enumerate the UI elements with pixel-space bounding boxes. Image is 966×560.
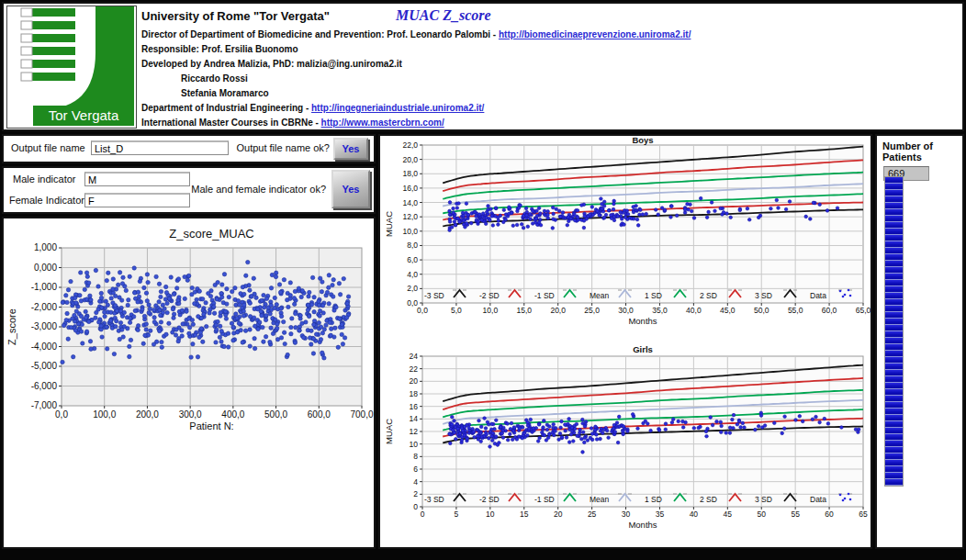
svg-text:Mean: Mean [590,495,610,504]
output-file-ok-button[interactable]: Yes [333,138,368,160]
patients-list-cell [885,376,903,383]
patients-list-cell [885,261,903,267]
patients-list-cell [885,177,903,184]
x-axis-label: Patient N: [189,420,233,431]
svg-text:55,0: 55,0 [788,306,803,315]
output-file-panel: Output file name Output file name ok? Ye… [2,134,376,163]
patients-list-cell [885,306,903,312]
patients-list-cell [885,235,903,241]
svg-text:16,0: 16,0 [402,184,418,193]
svg-text:Data: Data [810,495,826,504]
patients-list-cell [885,421,903,428]
svg-text:4,0: 4,0 [407,270,418,279]
svg-text:12: 12 [410,427,419,436]
indicator-ok-label: Male and female indicator ok? [191,184,326,195]
legend-dots-sample [842,499,845,502]
boys-chart[interactable]: -3 SD-2 SD-1 SDMean1 SD2 SD3 SDData0,05,… [380,136,871,345]
svg-text:8: 8 [413,452,418,461]
svg-text:2 SD: 2 SD [700,291,717,300]
svg-text:-7,000: -7,000 [31,400,58,410]
legend-dots-sample [844,294,847,297]
plot-area [422,145,863,303]
female-indicator-input[interactable] [84,193,190,207]
patients-list-cell [885,409,903,415]
patients-list-cell [885,441,903,447]
patients-list-cell [885,209,903,216]
svg-text:16: 16 [410,402,419,411]
patients-list-cell [885,454,903,460]
patients-list-cell [885,319,903,325]
svg-text:35,0: 35,0 [652,306,668,315]
girls-chart[interactable]: -3 SD-2 SD-1 SDMean1 SD2 SD3 SDData05101… [380,345,871,554]
patients-list-cell [885,479,903,486]
svg-text:1 SD: 1 SD [645,495,662,504]
x-axis-label: Months [628,316,657,326]
svg-text:0,000: 0,000 [34,263,57,273]
patients-list-cell [885,325,903,331]
svg-text:-4,000: -4,000 [31,342,58,352]
svg-text:3 SD: 3 SD [755,495,772,504]
female-indicator-label: Female Indicator [9,195,84,206]
svg-text:35: 35 [656,510,665,519]
output-file-ok-label: Output file name ok? [236,142,330,153]
svg-text:100,0: 100,0 [93,409,116,420]
svg-text:2 SD: 2 SD [700,495,717,504]
svg-text:5: 5 [455,510,459,519]
girls-chart-svg[interactable]: -3 SD-2 SD-1 SDMean1 SD2 SD3 SDData05101… [380,345,871,551]
header-line: Responsible: Prof. Ersilia Buonomo [141,44,729,54]
header-line: International Master Courses in CBRNe - … [141,118,729,128]
svg-text:14,0: 14,0 [402,198,418,207]
svg-text:200,0: 200,0 [136,409,159,420]
header-link[interactable]: http://biomedicinaeprevenzione.uniroma2.… [499,29,691,39]
boys-chart-svg[interactable]: -3 SD-2 SD-1 SDMean1 SD2 SD3 SDData0,05,… [380,136,871,342]
patients-panel: Number of Patients 669 [875,134,964,549]
svg-text:0,0: 0,0 [407,298,418,308]
svg-text:30: 30 [622,510,631,519]
legend-dots-sample [849,295,852,297]
svg-text:25: 25 [588,510,597,519]
legend-dots-sample [849,498,852,501]
patients-list-cell [885,473,903,479]
zscore-chart-svg[interactable]: 0,0100,0200,0300,0400,0500,0600,0700,0-7… [4,218,374,434]
patients-list-cell [885,241,903,248]
patients-list-cell [885,428,903,434]
header-link[interactable]: http://www.mastercbrn.com/ [321,118,444,128]
patients-list-cell [885,370,903,376]
patients-list-cell [885,293,903,299]
patients-list-cell [885,254,903,261]
patients-list-cell [885,447,903,454]
patients-list-cell [885,351,903,357]
output-file-input[interactable] [91,140,229,155]
header-line: Department of Industrial Engineering - h… [141,103,729,113]
svg-text:45,0: 45,0 [720,306,736,315]
svg-text:18,0: 18,0 [402,169,418,178]
indicator-ok-button[interactable]: Yes [331,170,370,208]
svg-text:25,0: 25,0 [584,306,600,315]
zscore-chart[interactable]: 0,0100,0200,0300,0400,0500,0600,0700,0-7… [4,218,374,438]
svg-text:-2 SD: -2 SD [479,291,500,300]
svg-text:1 SD: 1 SD [645,291,662,300]
svg-text:20: 20 [410,376,419,386]
header-line: Stefania Moramarco [141,88,729,98]
svg-text:700,0: 700,0 [350,409,373,420]
patients-list-cell [885,184,903,190]
header-line-text: Director of Departiment of Biomedicine a… [141,29,499,39]
svg-text:4: 4 [413,477,418,487]
svg-text:12,0: 12,0 [402,212,418,221]
svg-text:-1 SD: -1 SD [534,495,555,504]
svg-text:40: 40 [690,510,699,519]
patients-list[interactable] [884,176,904,487]
header-line: Director of Departiment of Biomedicine a… [141,29,729,39]
app-title: MUAC Z_score [396,7,491,24]
svg-text:500,0: 500,0 [264,409,287,420]
tor-vergata-logo-graphic: Tor Vergata [7,6,134,126]
patients-label: Number of Patients [882,140,962,162]
patients-list-cell [885,274,903,280]
svg-text:2,0: 2,0 [407,284,418,293]
svg-text:8,0: 8,0 [407,241,418,250]
legend-dots-sample [844,498,847,500]
header-link[interactable]: http://ingegneriaindustriale.uniroma2.it… [311,103,484,113]
patients-list-cell [885,364,903,370]
patients-list-cell [885,466,903,473]
male-indicator-input[interactable] [84,172,190,186]
